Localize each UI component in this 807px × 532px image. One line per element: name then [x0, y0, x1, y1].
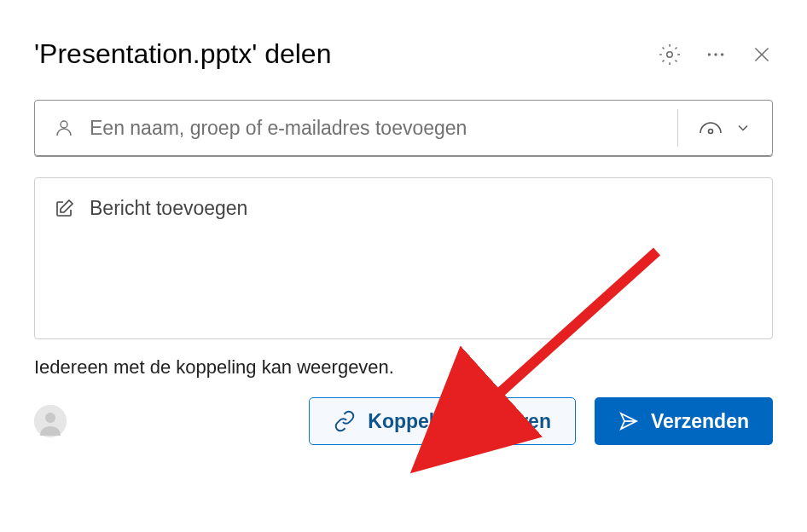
dialog-footer: Koppeling kopiëren Verzenden [34, 397, 773, 445]
svg-point-5 [709, 130, 713, 134]
close-icon [751, 43, 773, 66]
message-box[interactable] [34, 177, 773, 339]
svg-point-7 [45, 413, 55, 423]
dots-icon [705, 43, 727, 66]
message-row [54, 197, 753, 220]
link-icon [334, 410, 356, 432]
dialog-header: 'Presentation.pptx' delen [34, 38, 773, 70]
recipient-input[interactable] [90, 117, 659, 140]
header-actions [659, 43, 773, 66]
message-input[interactable] [90, 197, 753, 220]
copy-link-label: Koppeling kopiëren [368, 410, 551, 433]
permission-dropdown[interactable] [677, 109, 772, 147]
send-icon [618, 411, 639, 431]
svg-point-3 [721, 53, 723, 55]
compose-icon [54, 199, 74, 219]
eye-icon [699, 119, 723, 136]
copy-link-button[interactable]: Koppeling kopiëren [309, 397, 576, 445]
recipient-field[interactable] [34, 100, 773, 156]
close-button[interactable] [751, 43, 773, 66]
user-avatar[interactable] [34, 405, 67, 437]
svg-point-1 [708, 53, 711, 55]
chevron-down-icon [734, 119, 752, 136]
svg-point-0 [667, 51, 673, 57]
more-button[interactable] [705, 43, 727, 66]
send-label: Verzenden [651, 410, 749, 433]
send-button[interactable]: Verzenden [595, 397, 773, 445]
svg-point-4 [61, 121, 67, 128]
recipient-left [35, 117, 677, 140]
avatar-placeholder-icon [34, 405, 67, 437]
link-info-text: Iedereen met de koppeling kan weergeven. [34, 356, 773, 379]
person-icon [54, 118, 74, 138]
dialog-title: 'Presentation.pptx' delen [34, 38, 331, 70]
svg-point-2 [714, 53, 717, 55]
settings-button[interactable] [659, 43, 681, 66]
gear-icon [659, 43, 681, 66]
footer-actions: Koppeling kopiëren Verzenden [309, 397, 773, 445]
